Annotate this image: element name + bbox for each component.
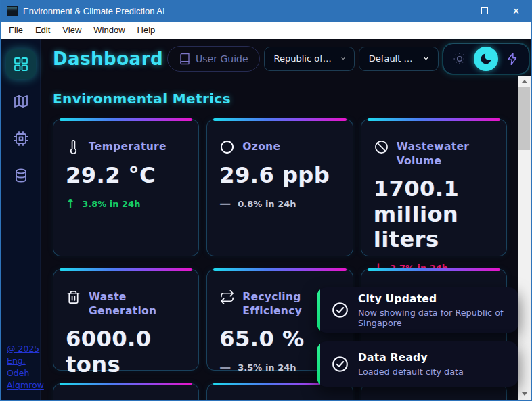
user-guide-button[interactable]: User Guide	[167, 46, 259, 72]
trash-icon	[66, 289, 81, 305]
scrollbar-down-arrow[interactable]	[518, 388, 531, 400]
scrollbar-up-arrow[interactable]	[518, 76, 531, 87]
menu-edit[interactable]: Edit	[29, 22, 56, 38]
toast-title: Data Ready	[358, 352, 464, 364]
metric-card-water-quality-index: Water Quality Index	[53, 383, 199, 400]
data-select[interactable]: Default Data	[359, 47, 439, 71]
theme-toggle-group	[443, 43, 529, 74]
data-select-value: Default Data	[369, 53, 416, 64]
chevron-down-icon	[422, 54, 430, 63]
toast-message: Loaded default city data	[358, 367, 464, 377]
metric-value: 29.2 °C	[66, 163, 186, 189]
scrollbar[interactable]	[518, 76, 531, 400]
menu-help[interactable]: Help	[131, 22, 162, 38]
cpu-icon	[13, 131, 29, 147]
section-title: Environmental Metrics	[53, 91, 507, 107]
trend-icon: —	[219, 198, 231, 210]
metric-trend: ↑ 3.8% in 24h	[66, 198, 186, 210]
minimize-icon	[449, 11, 456, 11]
moon-icon	[479, 52, 493, 66]
chevron-down-icon	[340, 54, 346, 63]
check-circle-icon	[331, 301, 349, 319]
menu-view[interactable]: View	[56, 22, 87, 38]
sun-icon	[453, 52, 466, 66]
sidebar: @ 2025 Eng. Odeh Alqmrow	[1, 39, 41, 400]
trend-icon: —	[219, 362, 231, 373]
lightning-icon	[506, 52, 519, 66]
map-icon	[13, 93, 29, 110]
window-controls: ✕	[437, 0, 532, 22]
trend-icon: ↑	[66, 198, 75, 210]
slash-circle-icon	[374, 139, 389, 155]
metric-card-waste-generation: Waste Generation 6000.0 tons ↑ 1.3% in 2…	[53, 269, 199, 371]
minimize-button[interactable]	[437, 0, 468, 22]
metric-value: 6000.0 tons	[66, 327, 186, 378]
sidebar-item-map[interactable]	[6, 87, 36, 116]
toast-data-ready: Data Ready Loaded default city data	[317, 341, 518, 387]
grid-icon	[13, 56, 29, 72]
recycle-icon	[219, 289, 235, 305]
sidebar-item-models[interactable]	[6, 124, 36, 154]
maximize-icon	[481, 7, 488, 14]
toast-message: Now showing data for Republic of Singapo…	[358, 308, 510, 328]
app-window: Environment & Climate Prediction AI ✕ Fi…	[0, 0, 532, 401]
metric-value: 29.6 ppb	[219, 163, 340, 189]
auto-theme-button[interactable]	[502, 48, 523, 70]
app-icon	[7, 6, 18, 16]
metric-card-ozone: Ozone 29.6 ppb — 0.8% in 24h	[206, 119, 353, 256]
circle-icon	[219, 139, 235, 155]
metric-value: 1700.1 million liters	[374, 176, 494, 253]
menu-window[interactable]: Window	[87, 22, 131, 38]
titlebar: Environment & Climate Prediction AI ✕	[0, 0, 532, 22]
menubar: FileEditViewWindowHelp	[0, 22, 532, 39]
toast-title: City Updated	[358, 293, 510, 305]
dark-theme-button[interactable]	[474, 47, 498, 71]
sidebar-nav	[1, 39, 40, 191]
window-title: Environment & Climate Prediction AI	[23, 6, 165, 16]
city-select-value: Republic of Singapore	[274, 53, 334, 64]
metric-card-temperature: Temperature 29.2 °C ↑ 3.8% in 24h	[53, 119, 199, 256]
light-theme-button[interactable]	[449, 48, 470, 70]
metric-trend: — 0.8% in 24h	[219, 198, 340, 210]
close-button[interactable]: ✕	[500, 0, 532, 22]
sidebar-item-dashboard[interactable]	[6, 49, 36, 79]
book-icon	[179, 53, 191, 65]
maximize-button[interactable]	[468, 0, 500, 22]
copyright-link[interactable]: @ 2025 Eng. Odeh Alqmrow	[7, 343, 45, 392]
user-guide-label: User Guide	[196, 53, 248, 64]
sidebar-item-data[interactable]	[6, 161, 36, 191]
check-circle-icon	[331, 355, 349, 373]
thermometer-icon	[66, 139, 81, 155]
page-header: Dashboard User Guide Republic of Singapo…	[41, 39, 531, 76]
metric-card-wastewater-volume: Wastewater Volume 1700.1 million liters …	[361, 119, 507, 256]
page-title: Dashboard	[53, 49, 163, 69]
scrollbar-thumb[interactable]	[518, 87, 530, 150]
menu-file[interactable]: File	[3, 22, 29, 38]
toast-stack: City Updated Now showing data for Republ…	[317, 287, 518, 387]
toast-city-updated: City Updated Now showing data for Republ…	[317, 287, 518, 333]
city-select[interactable]: Republic of Singapore	[264, 47, 355, 71]
database-icon	[13, 168, 29, 184]
close-icon: ✕	[512, 7, 520, 16]
